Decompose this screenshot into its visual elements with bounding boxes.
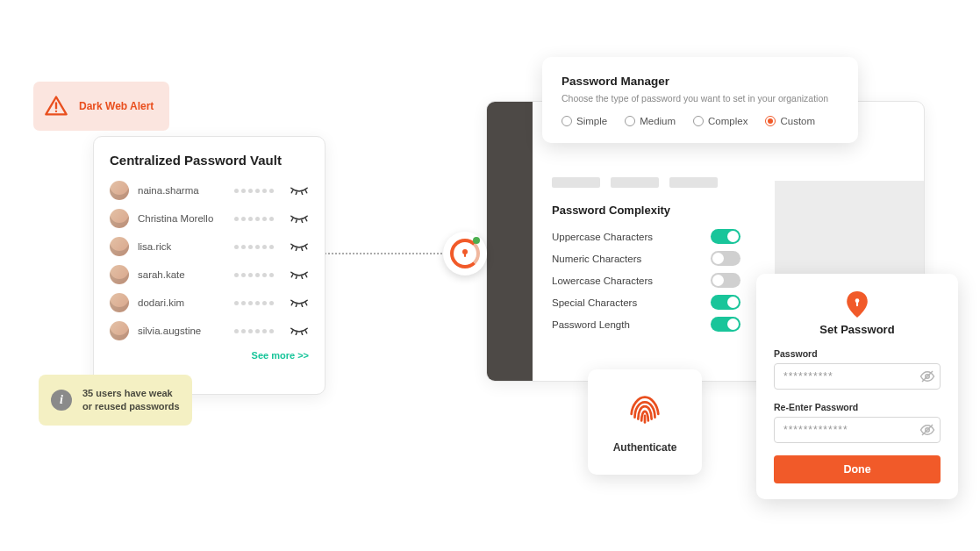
- toggle-uppercase-characters[interactable]: [711, 229, 740, 244]
- fingerprint-icon: [625, 390, 665, 431]
- svg-line-22: [291, 331, 292, 333]
- svg-line-19: [296, 304, 297, 307]
- alert-triangle-icon: [44, 94, 68, 118]
- complexity-label: Password Length: [552, 319, 630, 330]
- toggle-numeric-characters[interactable]: [711, 251, 740, 266]
- svg-line-23: [296, 333, 297, 335]
- pm-subtitle: Choose the type of password you want to …: [562, 93, 839, 104]
- user-name: sarah.kate: [138, 269, 225, 280]
- set-password-card: Set Password Password Re-Enter Password …: [756, 274, 958, 499]
- complexity-row: Uppercase Characters: [552, 229, 740, 244]
- svg-line-11: [296, 248, 297, 251]
- svg-line-7: [296, 220, 297, 223]
- svg-line-6: [291, 218, 292, 221]
- closed-eye-icon[interactable]: [290, 326, 309, 335]
- vault-row[interactable]: dodari.kim: [94, 289, 325, 317]
- complexity-row: Lowercase Characters: [552, 273, 740, 288]
- svg-line-18: [291, 303, 292, 305]
- toggle-password-length[interactable]: [711, 317, 740, 332]
- weak-note-text: 35 users have weak or reused passwords: [82, 387, 180, 413]
- weak-password-note: i 35 users have weak or reused passwords: [39, 375, 192, 426]
- vault-title: Centralized Password Vault: [110, 153, 309, 168]
- authenticate-label: Authenticate: [613, 441, 677, 454]
- vault-row[interactable]: sarah.kate: [94, 261, 325, 289]
- svg-line-13: [305, 247, 306, 249]
- svg-line-17: [305, 275, 306, 277]
- eye-off-icon[interactable]: [919, 422, 935, 438]
- svg-line-21: [305, 303, 306, 305]
- svg-line-20: [302, 304, 303, 307]
- info-icon: i: [51, 390, 72, 411]
- set-password-title: Set Password: [774, 323, 941, 336]
- svg-line-15: [296, 276, 297, 279]
- svg-line-14: [291, 275, 292, 277]
- svg-line-12: [302, 248, 303, 251]
- alert-title: Dark Web Alert: [79, 100, 154, 113]
- password-input[interactable]: [774, 363, 941, 390]
- vault-row[interactable]: Christina Morello: [94, 204, 325, 233]
- vault-row[interactable]: silvia.augstine: [94, 317, 325, 345]
- pm-title: Password Manager: [562, 75, 839, 88]
- closed-eye-icon[interactable]: [290, 186, 309, 195]
- masked-password: [234, 273, 281, 277]
- complexity-row: Special Characters: [552, 295, 740, 310]
- password-vault-card: Centralized Password Vault naina.sharmaC…: [93, 136, 325, 395]
- pm-option-simple[interactable]: Simple: [562, 116, 607, 127]
- reenter-password-label: Re-Enter Password: [774, 402, 941, 412]
- radio-icon: [693, 116, 704, 126]
- lock-badge: [443, 232, 487, 276]
- svg-line-24: [302, 333, 303, 335]
- radio-icon: [765, 116, 776, 126]
- eye-off-icon[interactable]: [919, 369, 935, 384]
- masked-password: [234, 329, 281, 333]
- done-button[interactable]: Done: [774, 455, 941, 483]
- masked-password: [234, 217, 281, 221]
- toggle-lowercase-characters[interactable]: [711, 273, 740, 288]
- user-name: Christina Morello: [138, 213, 225, 224]
- authenticate-card[interactable]: Authenticate: [588, 369, 702, 475]
- keyhole-icon: [460, 247, 470, 260]
- svg-point-1: [55, 111, 57, 112]
- svg-line-8: [302, 220, 303, 223]
- closed-eye-icon[interactable]: [290, 214, 309, 223]
- svg-line-2: [291, 190, 292, 193]
- complexity-row: Password Length: [552, 317, 740, 332]
- svg-line-3: [296, 192, 297, 195]
- avatar: [110, 181, 129, 200]
- masked-password: [234, 301, 281, 305]
- user-name: dodari.kim: [138, 297, 225, 308]
- avatar: [110, 265, 129, 284]
- pm-option-medium[interactable]: Medium: [625, 116, 676, 127]
- complexity-label: Special Characters: [552, 297, 637, 308]
- svg-line-16: [302, 276, 303, 279]
- svg-rect-29: [856, 302, 858, 306]
- closed-eye-icon[interactable]: [290, 270, 309, 279]
- reenter-password-input[interactable]: [774, 417, 941, 443]
- svg-line-5: [305, 190, 306, 193]
- radio-icon: [562, 116, 572, 126]
- vault-row[interactable]: lisa.rick: [94, 233, 325, 261]
- masked-password: [234, 189, 281, 193]
- masked-password: [234, 245, 281, 249]
- vault-row[interactable]: naina.sharma: [94, 176, 325, 204]
- complexity-label: Uppercase Characters: [552, 232, 653, 242]
- avatar: [110, 293, 129, 312]
- toggle-special-characters[interactable]: [711, 295, 740, 310]
- closed-eye-icon[interactable]: [290, 242, 309, 251]
- user-name: lisa.rick: [138, 241, 225, 252]
- closed-eye-icon[interactable]: [290, 298, 309, 307]
- pm-option-complex[interactable]: Complex: [693, 116, 748, 127]
- complexity-title: Password Complexity: [552, 204, 905, 217]
- shield-pin-icon: [774, 291, 941, 318]
- complexity-label: Lowercase Characters: [552, 276, 653, 286]
- see-more-link[interactable]: See more >>: [94, 350, 309, 361]
- connector-line: [314, 253, 446, 254]
- avatar: [110, 321, 129, 340]
- password-label: Password: [774, 348, 941, 359]
- complexity-label: Numeric Characters: [552, 254, 641, 264]
- avatar: [110, 209, 129, 228]
- complexity-row: Numeric Characters: [552, 251, 740, 266]
- pm-option-custom[interactable]: Custom: [765, 116, 815, 127]
- svg-line-10: [291, 247, 292, 249]
- radio-icon: [625, 116, 635, 126]
